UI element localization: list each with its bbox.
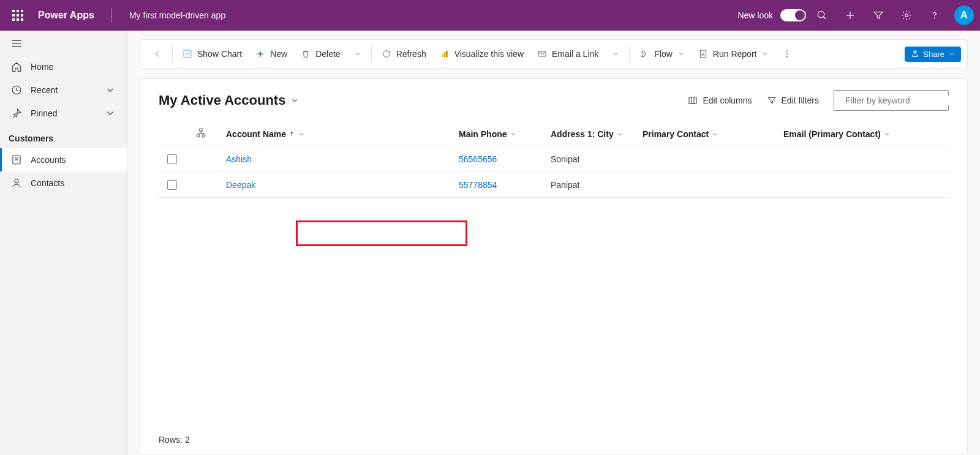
sidebar-group-customers: Customers: [0, 125, 127, 148]
table-row[interactable]: Deepak 55778854 Panipat: [159, 172, 949, 198]
svg-point-26: [786, 53, 788, 55]
filter-icon[interactable]: [866, 3, 891, 28]
show-chart-button[interactable]: Show Chart: [176, 45, 248, 62]
person-icon: [11, 178, 22, 189]
sidebar-item-contacts[interactable]: Contacts: [0, 171, 127, 195]
sidebar-collapse-button[interactable]: [0, 34, 127, 55]
add-icon[interactable]: [838, 3, 862, 28]
row-checkbox[interactable]: [167, 154, 177, 164]
filter-keyword-box[interactable]: [834, 90, 949, 111]
app-header: Power Apps My first model-driven app New…: [0, 0, 980, 31]
cmd-label: Email a Link: [552, 49, 598, 59]
sidebar-item-label: Accounts: [31, 155, 66, 165]
run-report-button[interactable]: Run Report: [692, 45, 775, 62]
label: Edit columns: [703, 96, 752, 105]
table-header: Account Name Main Phone Address 1: City: [159, 122, 949, 146]
svg-rect-17: [442, 54, 443, 57]
flow-button[interactable]: Flow: [633, 45, 691, 62]
more-vertical-icon: [782, 49, 792, 59]
col-address-city[interactable]: Address 1: City: [551, 129, 643, 139]
col-label: Account Name: [226, 129, 286, 139]
new-look-toggle[interactable]: [780, 9, 806, 21]
sidebar-item-label: Home: [31, 62, 53, 72]
divider: [371, 46, 372, 62]
back-button[interactable]: [146, 45, 168, 62]
search-icon[interactable]: [810, 3, 834, 28]
col-label: Main Phone: [459, 129, 507, 139]
funnel-icon: [767, 96, 777, 105]
sidebar-item-recent[interactable]: Recent: [0, 78, 127, 102]
report-icon: [698, 49, 708, 59]
annotation-highlight: [296, 220, 467, 246]
col-account-name[interactable]: Account Name: [226, 129, 459, 139]
sidebar-item-accounts[interactable]: Accounts: [0, 148, 127, 171]
divider: [172, 46, 173, 62]
cmd-label: Delete: [315, 49, 340, 59]
trash-icon: [301, 49, 311, 59]
cell-account-name[interactable]: Deepak: [226, 180, 459, 190]
help-icon[interactable]: [922, 3, 947, 28]
refresh-button[interactable]: Refresh: [375, 45, 432, 62]
new-button[interactable]: New: [249, 45, 293, 62]
app-launcher-icon[interactable]: [12, 10, 23, 21]
view-title-text: My Active Accounts: [159, 92, 285, 108]
user-avatar[interactable]: A: [954, 6, 974, 25]
hierarchy-column-icon[interactable]: [195, 127, 226, 140]
cmd-label: Flow: [654, 49, 673, 59]
cell-account-name[interactable]: Ashish: [226, 154, 459, 164]
svg-point-5: [935, 18, 935, 18]
rows-label: Rows:: [159, 435, 183, 445]
more-commands-button[interactable]: [776, 45, 798, 62]
body: Home Recent Pinned Customers Accounts Co…: [0, 31, 980, 455]
view-selector[interactable]: My Active Accounts: [159, 92, 299, 108]
email-link-button[interactable]: Email a Link: [531, 45, 605, 62]
chevron-down-icon: [298, 130, 305, 138]
col-main-phone[interactable]: Main Phone: [459, 129, 551, 139]
svg-point-27: [786, 56, 788, 58]
filter-input[interactable]: [845, 96, 952, 105]
visualize-button[interactable]: Visualize this view: [434, 45, 530, 62]
sidebar-item-label: Pinned: [31, 108, 58, 118]
edit-filters-button[interactable]: Edit filters: [767, 96, 819, 105]
settings-icon[interactable]: [894, 3, 919, 28]
main-area: Show Chart New Delete Refresh Visualize …: [127, 31, 980, 455]
rows-count: 2: [185, 435, 190, 445]
col-label: Email (Primary Contact): [783, 129, 881, 139]
email-link-dropdown[interactable]: [606, 47, 625, 61]
view-header: My Active Accounts Edit columns Edit fil…: [159, 90, 949, 111]
brand-title: Power Apps: [38, 10, 94, 21]
cell-main-phone[interactable]: 56565656: [459, 154, 551, 164]
flow-icon: [639, 49, 649, 59]
command-bar: Show Chart New Delete Refresh Visualize …: [140, 39, 968, 69]
svg-point-0: [818, 11, 824, 18]
delete-button[interactable]: Delete: [295, 45, 346, 62]
pin-icon: [11, 108, 22, 119]
svg-rect-28: [689, 97, 696, 104]
sidebar: Home Recent Pinned Customers Accounts Co…: [0, 31, 127, 455]
columns-icon: [688, 96, 698, 105]
table-row[interactable]: Ashish 56565656 Sonipat: [159, 146, 949, 172]
cmd-label: Share: [923, 50, 944, 59]
cell-city: Sonipat: [551, 154, 643, 164]
sidebar-item-home[interactable]: Home: [0, 55, 127, 78]
edit-columns-button[interactable]: Edit columns: [688, 96, 752, 105]
new-look-label: New look: [737, 10, 773, 20]
cell-main-phone[interactable]: 55778854: [459, 180, 551, 190]
col-primary-contact[interactable]: Primary Contact: [643, 129, 783, 139]
content-card: My Active Accounts Edit columns Edit fil…: [140, 78, 968, 455]
clock-icon: [11, 85, 22, 96]
chevron-down-icon: [883, 130, 891, 138]
sidebar-item-pinned[interactable]: Pinned: [0, 102, 127, 125]
sidebar-item-label: Recent: [31, 85, 58, 95]
svg-line-1: [823, 17, 826, 19]
plus-icon: [255, 49, 265, 59]
svg-point-25: [786, 50, 788, 51]
chevron-down-icon: [105, 108, 116, 119]
svg-rect-18: [443, 52, 445, 57]
delete-dropdown[interactable]: [348, 47, 368, 61]
row-checkbox[interactable]: [167, 180, 177, 190]
cmd-label: Refresh: [396, 49, 426, 59]
share-button[interactable]: Share: [905, 47, 961, 62]
col-email-primary[interactable]: Email (Primary Contact): [783, 129, 924, 139]
chart-icon: [183, 49, 192, 59]
